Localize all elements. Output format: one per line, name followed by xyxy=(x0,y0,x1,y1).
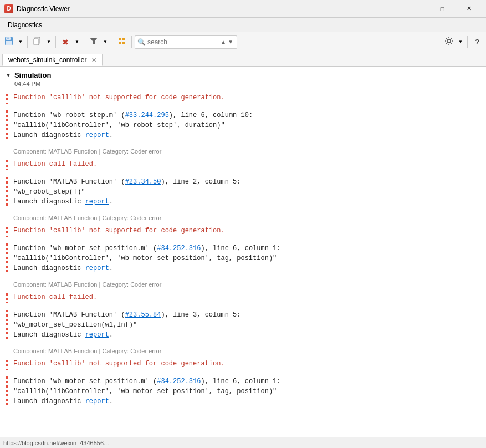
error-link-10a[interactable]: #34.252.316 xyxy=(157,378,201,385)
app-icon: D xyxy=(4,4,13,13)
error-content-2: Function 'wb_robot_step.m' (#33.244.295)… xyxy=(13,110,480,140)
copy-dropdown-button[interactable]: ▼ xyxy=(45,34,53,50)
delete-button[interactable]: ✖ xyxy=(59,34,72,50)
simulation-header: ▼ Simulation xyxy=(0,67,486,80)
status-bar: https://blog.csdn.net/weixin_4346556... xyxy=(0,437,486,448)
error-report-link-6[interactable]: report xyxy=(85,264,109,272)
toolbar-separator-2 xyxy=(55,36,56,48)
error-bar-5 xyxy=(6,227,8,237)
help-icon: ? xyxy=(475,38,479,46)
copy-button[interactable] xyxy=(30,34,44,50)
error-content-4: Function 'MATLAB Function' (#23.34.50), … xyxy=(13,177,480,207)
error-bar-7 xyxy=(6,293,8,303)
menu-bar: Diagnostics xyxy=(0,18,486,32)
window-title: Diagnostic Viewer xyxy=(17,5,403,13)
error-title-3: Function call failed. xyxy=(13,160,480,168)
error-report-link-4[interactable]: report xyxy=(85,198,109,206)
chevron-down-icon-3: ▼ xyxy=(75,39,79,44)
error-report-link-2[interactable]: report xyxy=(85,131,109,139)
toolbar-separator-4 xyxy=(112,36,112,48)
error-entry-4: Function 'MATLAB Function' (#23.34.50), … xyxy=(0,174,486,210)
error-entry-9: Function 'calllib' not supported for cod… xyxy=(0,357,486,373)
delete-icon: ✖ xyxy=(62,38,69,47)
update-button[interactable] xyxy=(115,34,129,50)
delete-dropdown-button[interactable]: ▼ xyxy=(73,34,81,50)
error-bar-9 xyxy=(6,360,8,370)
error-entry-6: Function 'wb_motor_set_position.m' (#34.… xyxy=(0,240,486,277)
error-content-6: Function 'wb_motor_set_position.m' (#34.… xyxy=(13,243,480,273)
gear-icon xyxy=(444,37,453,47)
error-report-link-8[interactable]: report xyxy=(85,331,109,339)
error-meta-8: Component: MATLAB Function | Category: C… xyxy=(0,345,486,357)
error-bar-10 xyxy=(6,376,8,406)
svg-rect-10 xyxy=(122,42,125,44)
filter-dropdown-button[interactable]: ▼ xyxy=(101,34,109,50)
status-url: https://blog.csdn.net/weixin_4346556... xyxy=(3,440,109,446)
chevron-down-icon-4: ▼ xyxy=(103,39,108,44)
search-input[interactable] xyxy=(147,38,219,46)
error-meta-6: Component: MATLAB Function | Category: C… xyxy=(0,279,486,290)
error-entry-3: Function call failed. xyxy=(0,157,486,174)
svg-rect-3 xyxy=(6,41,12,45)
collapse-arrow[interactable]: ▼ xyxy=(6,72,11,78)
error-title-9: Function 'calllib' not supported for cod… xyxy=(13,360,480,368)
save-button[interactable] xyxy=(2,34,16,50)
chevron-down-icon: ▼ xyxy=(18,39,23,44)
error-bar-2 xyxy=(6,110,8,140)
svg-rect-5 xyxy=(34,39,39,45)
error-link-8a[interactable]: #23.55.84 xyxy=(125,311,161,319)
error-bar-8 xyxy=(6,310,8,340)
error-report-link-10[interactable]: report xyxy=(85,398,109,405)
error-entry-10: Function 'wb_motor_set_position.m' (#34.… xyxy=(0,373,486,410)
toolbar-separator-3 xyxy=(84,36,84,48)
error-entry-2: Function 'wb_robot_step.m' (#33.244.295)… xyxy=(0,107,486,144)
error-entry-1: Function 'calllib' not supported for cod… xyxy=(0,90,486,107)
error-title-5: Function 'calllib' not supported for cod… xyxy=(13,227,480,235)
filter-button[interactable] xyxy=(87,34,100,50)
error-title-7: Function call failed. xyxy=(13,293,480,301)
close-button[interactable]: ✕ xyxy=(456,0,482,18)
error-entry-8: Function 'MATLAB Function' (#23.55.84), … xyxy=(0,307,486,343)
svg-marker-6 xyxy=(90,38,98,44)
tab-webots[interactable]: webots_simuink_controller ✕ xyxy=(2,54,103,66)
save-icon xyxy=(4,37,13,47)
error-entry-7: Function call failed. xyxy=(0,290,486,307)
chevron-down-icon-2: ▼ xyxy=(47,39,51,44)
search-next-button[interactable]: ▼ xyxy=(227,37,234,48)
error-detail-10: Function 'wb_motor_set_position.m' (#34.… xyxy=(13,376,480,406)
save-dropdown-button[interactable]: ▼ xyxy=(17,34,24,50)
minimize-button[interactable]: ─ xyxy=(403,0,428,18)
error-detail-6: Function 'wb_motor_set_position.m' (#34.… xyxy=(13,243,480,273)
title-bar: D Diagnostic Viewer ─ □ ✕ xyxy=(0,0,486,18)
tab-close-button[interactable]: ✕ xyxy=(90,56,98,64)
copy-icon xyxy=(33,37,42,47)
error-bar-4 xyxy=(6,177,8,207)
toolbar-separator-1 xyxy=(27,36,28,48)
menu-item-diagnostics[interactable]: Diagnostics xyxy=(2,20,48,30)
error-link-6a[interactable]: #34.252.316 xyxy=(157,245,201,252)
search-box: 🔍 ▲ ▼ xyxy=(135,35,237,49)
svg-point-11 xyxy=(447,39,451,43)
help-button[interactable]: ? xyxy=(470,34,484,50)
search-icon: 🔍 xyxy=(137,38,146,46)
settings-dropdown-button[interactable]: ▼ xyxy=(457,34,464,50)
update-icon xyxy=(117,37,126,47)
filter-icon xyxy=(89,37,98,47)
error-detail-2: Function 'wb_robot_step.m' (#33.244.295)… xyxy=(13,110,480,140)
error-bar-6 xyxy=(6,243,8,273)
error-meta-4: Component: MATLAB Function | Category: C… xyxy=(0,212,486,223)
error-bar-3 xyxy=(6,160,8,170)
maximize-button[interactable]: □ xyxy=(429,0,455,18)
error-content-5: Function 'calllib' not supported for cod… xyxy=(13,227,480,237)
error-content-9: Function 'calllib' not supported for cod… xyxy=(13,360,480,370)
error-content-7: Function call failed. xyxy=(13,293,480,303)
error-link-4a[interactable]: #23.34.50 xyxy=(125,178,161,186)
settings-button[interactable] xyxy=(442,34,456,50)
diagnostic-content[interactable]: ▼ Simulation 04:44 PM Function 'calllib'… xyxy=(0,67,486,437)
error-bar-1 xyxy=(6,94,8,104)
toolbar-separator-5 xyxy=(131,36,132,48)
search-prev-button[interactable]: ▲ xyxy=(219,37,227,48)
error-content-3: Function call failed. xyxy=(13,160,480,170)
toolbar: ▼ ▼ ✖ ▼ ▼ xyxy=(0,32,486,52)
error-link-2a[interactable]: #33.244.295 xyxy=(125,111,169,119)
